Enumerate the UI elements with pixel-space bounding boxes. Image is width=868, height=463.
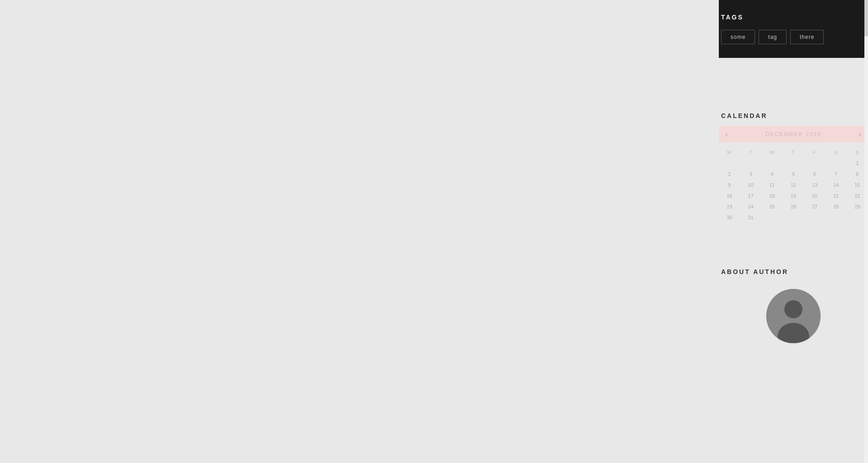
cal-day[interactable]: 31 <box>740 212 761 223</box>
cal-day[interactable]: 21 <box>826 190 847 201</box>
tags-title: TAGS <box>719 9 868 30</box>
spacer-1 <box>719 58 868 112</box>
cal-day[interactable]: 24 <box>740 201 761 212</box>
cal-day[interactable]: 9 <box>719 180 740 190</box>
calendar-prev-button[interactable]: ‹ <box>726 131 728 138</box>
cal-day[interactable]: 26 <box>783 201 804 212</box>
weekday-thu: T <box>783 147 804 158</box>
cal-day[interactable]: 25 <box>761 201 783 212</box>
cal-day <box>783 212 804 223</box>
cal-day[interactable]: 13 <box>804 180 826 190</box>
about-author-widget: ABOUT AUTHOR <box>719 268 868 343</box>
cal-day[interactable]: 11 <box>761 180 783 190</box>
cal-day[interactable]: 6 <box>804 169 826 180</box>
cal-day <box>783 158 804 169</box>
cal-day <box>804 158 826 169</box>
svg-point-1 <box>784 300 802 318</box>
tags-container: some tag there <box>719 30 868 44</box>
tag-item-tag[interactable]: tag <box>759 30 787 44</box>
calendar-body: 1 2 3 4 5 6 7 8 9 10 11 12 13 14 <box>719 158 868 223</box>
spacer-2 <box>719 241 868 268</box>
cal-day <box>804 212 826 223</box>
scrollbar-thumb[interactable] <box>864 0 868 36</box>
tag-item-there[interactable]: there <box>790 30 824 44</box>
calendar-week-1: 1 <box>719 158 868 169</box>
cal-day[interactable]: 23 <box>719 201 740 212</box>
weekday-fri: F <box>804 147 826 158</box>
weekday-wed: W <box>761 147 783 158</box>
weekday-mon: M <box>719 147 740 158</box>
cal-day <box>761 158 783 169</box>
calendar-grid: M T W T F S S 1 <box>719 147 868 223</box>
cal-day[interactable]: 20 <box>804 190 826 201</box>
calendar-next-button[interactable]: › <box>859 131 861 138</box>
calendar-nav: ‹ December 2019 › <box>719 126 868 142</box>
scrollbar-track[interactable] <box>864 0 868 463</box>
about-author-title: ABOUT AUTHOR <box>721 268 866 284</box>
calendar-week-4: 16 17 18 19 20 21 22 <box>719 190 868 201</box>
cal-day[interactable]: 12 <box>783 180 804 190</box>
calendar-week-3: 9 10 11 12 13 14 15 <box>719 180 868 190</box>
cal-day[interactable]: 30 <box>719 212 740 223</box>
cal-day[interactable]: 16 <box>719 190 740 201</box>
main-content <box>0 0 719 463</box>
cal-day <box>761 212 783 223</box>
calendar-header-row: M T W T F S S <box>719 147 868 158</box>
cal-day <box>826 212 847 223</box>
cal-day[interactable]: 19 <box>783 190 804 201</box>
cal-day[interactable]: 17 <box>740 190 761 201</box>
cal-day[interactable]: 5 <box>783 169 804 180</box>
cal-day[interactable]: 2 <box>719 169 740 180</box>
cal-day[interactable]: 28 <box>826 201 847 212</box>
cal-day <box>740 158 761 169</box>
cal-day <box>826 158 847 169</box>
cal-day <box>719 158 740 169</box>
sidebar: TAGS some tag there CALENDAR ‹ December … <box>719 0 868 463</box>
calendar-week-2: 2 3 4 5 6 7 8 <box>719 169 868 180</box>
cal-day[interactable]: 7 <box>826 169 847 180</box>
calendar-week-5: 23 24 25 26 27 28 29 <box>719 201 868 212</box>
cal-day[interactable]: 14 <box>826 180 847 190</box>
cal-day[interactable]: 10 <box>740 180 761 190</box>
calendar-title: CALENDAR <box>719 112 868 126</box>
cal-day[interactable]: 3 <box>740 169 761 180</box>
author-avatar-image <box>766 289 821 343</box>
cal-day[interactable]: 27 <box>804 201 826 212</box>
weekday-tue: T <box>740 147 761 158</box>
calendar-week-6: 30 31 <box>719 212 868 223</box>
cal-day[interactable]: 18 <box>761 190 783 201</box>
author-avatar <box>766 289 821 343</box>
tag-item-some[interactable]: some <box>721 30 755 44</box>
tags-widget: TAGS some tag there <box>719 0 868 58</box>
calendar-month-label: December 2019 <box>765 131 821 137</box>
weekday-sat: S <box>826 147 847 158</box>
calendar-widget: CALENDAR ‹ December 2019 › M T W T F S S <box>719 112 868 241</box>
cal-day[interactable]: 4 <box>761 169 783 180</box>
author-avatar-container <box>721 289 866 343</box>
